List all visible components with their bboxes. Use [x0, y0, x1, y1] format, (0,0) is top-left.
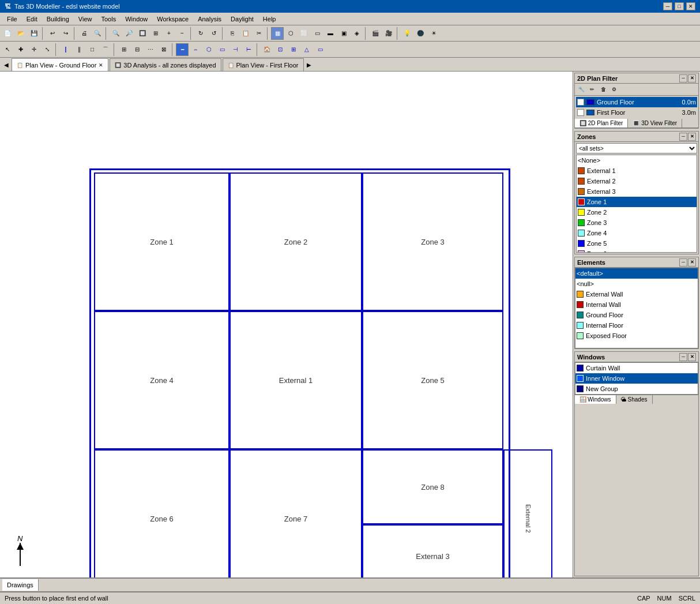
back-view-btn[interactable]: ▬ — [324, 27, 337, 40]
tab-scroll-right[interactable]: ▶ — [305, 58, 313, 71]
zone-box-z5[interactable]: Zone 5 — [362, 311, 503, 449]
draw-curve-btn[interactable]: ⌒ — [99, 43, 112, 56]
zone-box-z3[interactable]: Zone 3 — [362, 172, 503, 311]
filter-delete-btn[interactable]: 🗑 — [598, 85, 608, 94]
element-null[interactable]: <null> — [575, 279, 698, 289]
zones-min-btn[interactable]: ─ — [679, 133, 687, 141]
light-btn[interactable]: 💡 — [401, 27, 413, 40]
extend-btn[interactable]: ⊢ — [242, 43, 255, 56]
grid2-btn[interactable]: ⊟ — [131, 43, 144, 56]
zone-2[interactable]: Zone 2 — [577, 207, 697, 217]
zone-external2[interactable]: External 2 — [577, 176, 697, 186]
open-btn[interactable]: 📂 — [14, 27, 27, 40]
menu-edit[interactable]: Edit — [22, 14, 42, 24]
canvas-area[interactable]: Zone 1 Zone 2 Zone 3 Zone 4 External 1 Z… — [0, 72, 573, 577]
grid-btn[interactable]: ⊞ — [118, 43, 130, 56]
windows-min-btn[interactable]: ─ — [679, 353, 687, 361]
zone-external1[interactable]: External 1 — [577, 166, 697, 176]
zone-3[interactable]: Zone 3 — [577, 217, 697, 228]
tab-3d-analysis[interactable]: 🔲 3D Analysis - all zones displayed — [110, 58, 221, 71]
filter-tab-3d[interactable]: 🔳 3D View Filter — [628, 119, 682, 127]
snap-grid-btn[interactable]: ⋯ — [144, 43, 157, 56]
draw-wall-btn[interactable]: | — [59, 43, 72, 56]
zone-box-z2[interactable]: Zone 2 — [229, 172, 362, 311]
resize-btn[interactable]: ⤡ — [41, 43, 54, 56]
zone-box-z1[interactable]: Zone 1 — [94, 172, 229, 311]
zoom-in2-btn[interactable]: + — [163, 27, 175, 40]
menu-workspace[interactable]: Workspace — [152, 14, 193, 24]
element-external-wall[interactable]: External Wall — [575, 289, 698, 299]
rotate2-btn[interactable]: ↺ — [208, 27, 220, 40]
floor-tool-btn[interactable]: ▭ — [314, 43, 326, 56]
zoom-custom-btn[interactable]: 🔲 — [136, 27, 149, 40]
tab-ground-floor[interactable]: 📋 Plan View - Ground Floor ✕ — [12, 58, 108, 71]
zone-6[interactable]: Zone 6 — [577, 249, 697, 253]
zoom-out2-btn[interactable]: − — [176, 27, 189, 40]
zoom-fit-btn[interactable]: ⊞ — [149, 27, 162, 40]
elements-min-btn[interactable]: ─ — [679, 258, 687, 267]
iso-view-btn[interactable]: ◈ — [351, 27, 363, 40]
select-btn[interactable]: ↖ — [1, 43, 14, 56]
zoom-in-btn[interactable]: 🔍 — [110, 27, 122, 40]
bottom-tab-shades[interactable]: 🌥 Shades — [616, 395, 653, 404]
window-tool-btn[interactable]: ⊡ — [274, 43, 287, 56]
element-exposed-floor[interactable]: Exposed Floor — [575, 331, 698, 341]
new-btn[interactable]: 📄 — [1, 27, 14, 40]
zone-1[interactable]: Zone 1 — [577, 197, 697, 207]
floor-checkbox-first[interactable] — [577, 109, 584, 116]
arc-tool-btn[interactable]: ⌢ — [189, 43, 202, 56]
zone-box-z8[interactable]: Zone 8 — [362, 449, 503, 524]
delete-btn[interactable]: ✂ — [253, 27, 265, 40]
measure-btn[interactable]: ⊣ — [229, 43, 242, 56]
print-preview-btn[interactable]: 🔍 — [91, 27, 104, 40]
floor-checkbox-ground[interactable]: ✓ — [577, 99, 584, 106]
plan-filter-close-btn[interactable]: ✕ — [688, 74, 696, 82]
window-inner-window[interactable]: Inner Window — [575, 373, 698, 384]
menu-analysis[interactable]: Analysis — [193, 14, 226, 24]
window-new-group[interactable]: New Group — [575, 384, 698, 394]
tab-scroll-left[interactable]: ◀ — [2, 58, 10, 71]
close-button[interactable]: ✕ — [686, 2, 695, 10]
zones-dropdown[interactable]: <all sets> — [576, 143, 697, 153]
window-curtain-wall[interactable]: Curtain Wall — [575, 363, 698, 373]
render-btn[interactable]: 🎬 — [369, 27, 382, 40]
front-view-btn[interactable]: ⬜ — [298, 27, 310, 40]
zone-external3[interactable]: External 3 — [577, 186, 697, 197]
draw-line-btn[interactable]: ∥ — [73, 43, 85, 56]
menu-daylight[interactable]: Daylight — [226, 14, 258, 24]
copy-btn[interactable]: ⎘ — [226, 27, 239, 40]
element-default[interactable]: <default> — [575, 268, 698, 279]
zone-box-ext1[interactable]: External 1 — [229, 311, 362, 449]
zone-box-z7[interactable]: Zone 7 — [229, 449, 362, 577]
door-tool-btn[interactable]: ⊞ — [287, 43, 300, 56]
draw-rect-btn[interactable]: □ — [86, 43, 99, 56]
plan-view-btn[interactable]: ▦ — [271, 27, 284, 40]
roof-tool-btn[interactable]: △ — [300, 43, 313, 56]
windows-close-btn[interactable]: ✕ — [688, 353, 696, 361]
zoom-out-btn[interactable]: 🔎 — [123, 27, 136, 40]
print-btn[interactable]: 🖨 — [78, 27, 91, 40]
rect-tool-btn[interactable]: ▭ — [216, 43, 228, 56]
maximize-button[interactable]: □ — [675, 2, 684, 10]
plan-filter-min-btn[interactable]: ─ — [679, 74, 687, 82]
paste-btn[interactable]: 📋 — [239, 27, 252, 40]
3d-view-btn[interactable]: ⬡ — [284, 27, 297, 40]
floor-row-first[interactable]: First Floor 3.0m — [576, 107, 697, 118]
redo-btn[interactable]: ↪ — [59, 27, 72, 40]
zone-box-z4[interactable]: Zone 4 — [94, 311, 229, 449]
tab-close-1[interactable]: ✕ — [99, 62, 103, 68]
menu-window[interactable]: Window — [121, 14, 152, 24]
filter-tab-2d[interactable]: 🔲 2D Plan Filter — [575, 119, 628, 127]
wall-tool-btn[interactable]: ━ — [176, 43, 189, 56]
minimize-button[interactable]: ─ — [663, 2, 672, 10]
polygon-tool-btn[interactable]: ⬡ — [202, 43, 215, 56]
bottom-tab-windows[interactable]: 🪟 Windows — [575, 395, 616, 404]
menu-view[interactable]: View — [74, 14, 97, 24]
zone-5[interactable]: Zone 5 — [577, 238, 697, 249]
top-view-btn[interactable]: ▣ — [337, 27, 350, 40]
menu-help[interactable]: Help — [258, 14, 281, 24]
zone-none[interactable]: <None> — [577, 155, 697, 166]
zone-4[interactable]: Zone 4 — [577, 228, 697, 238]
floor-row-ground[interactable]: ✓ Ground Floor 0.0m — [576, 97, 697, 107]
elements-close-btn[interactable]: ✕ — [688, 258, 696, 267]
